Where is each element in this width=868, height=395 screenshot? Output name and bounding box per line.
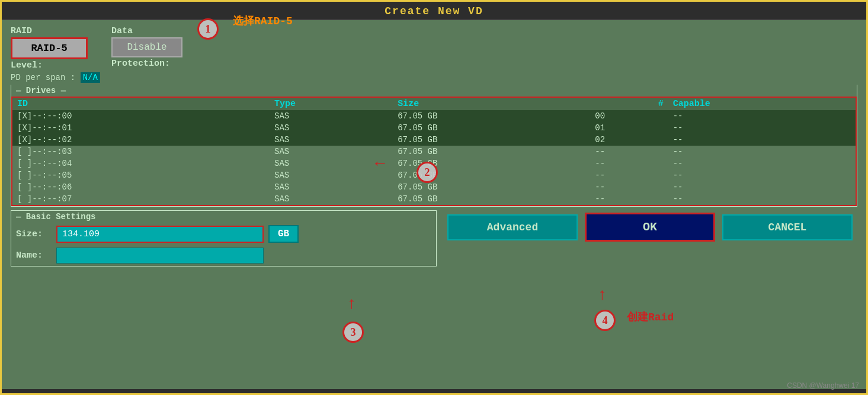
bottom-buttons: Advanced OK CANCEL [443, 210, 857, 244]
drive-capable: -- [668, 110, 856, 122]
drive-type: SAS [270, 158, 393, 169]
drive-size: 67.05 GB [393, 122, 590, 134]
advanced-button[interactable]: Advanced [447, 214, 578, 240]
basic-settings-section: — Basic Settings Size: GB Name: [11, 210, 437, 266]
drive-id: [ ]--:--:04 [12, 158, 270, 169]
size-label: Size: [16, 229, 52, 239]
drive-num: 02 [590, 134, 668, 146]
drive-id: [ ]--:--:03 [12, 146, 270, 158]
disable-text: Disable [127, 42, 166, 53]
drive-num: -- [590, 169, 668, 181]
drive-type: SAS [270, 134, 393, 146]
disable-button[interactable]: Disable [111, 37, 182, 57]
drive-id: [X]--:--:02 [12, 134, 270, 146]
ok-label: OK [643, 220, 657, 234]
drive-id: [ ]--:--:07 [12, 193, 270, 205]
drives-table-row[interactable]: [ ]--:--:03 SAS 67.05 GB -- -- [12, 146, 856, 158]
data-protection-group: Data Disable Protection: [111, 26, 182, 69]
drive-size: 67.05 GB [393, 181, 590, 193]
cancel-button[interactable]: CANCEL [722, 214, 853, 240]
drive-type: SAS [270, 193, 393, 205]
drives-selected-wrapper: ID Type Size # Capable [X]--:--:00 SAS 6… [11, 97, 857, 206]
drives-table-header: ID Type Size # Capable [12, 98, 856, 110]
drive-id: [ ]--:--:05 [12, 169, 270, 181]
drive-capable: -- [668, 158, 856, 169]
drive-capable: -- [668, 169, 856, 181]
size-row: Size: GB [11, 223, 436, 245]
top-row: RAID RAID-5 Level: Data Disable Protecti… [11, 26, 857, 70]
raid-value-text: RAID-5 [31, 43, 67, 54]
drives-table-row[interactable]: [ ]--:--:04 SAS 67.05 GB -- -- [12, 158, 856, 169]
name-input[interactable] [56, 248, 264, 264]
drive-num: -- [590, 146, 668, 158]
drive-capable: -- [668, 146, 856, 158]
size-input[interactable] [56, 226, 264, 243]
drive-num: -- [590, 158, 668, 169]
pd-span-label: PD per span : [11, 73, 75, 82]
drive-type: SAS [270, 110, 393, 122]
ok-button[interactable]: OK [585, 213, 715, 242]
col-size: Size [393, 98, 590, 110]
main-content: RAID RAID-5 Level: Data Disable Protecti… [2, 20, 866, 389]
drives-table: ID Type Size # Capable [X]--:--:00 SAS 6… [12, 98, 856, 205]
col-id: ID [12, 98, 270, 110]
cancel-label: CANCEL [768, 221, 807, 233]
drive-type: SAS [270, 122, 393, 134]
drives-table-row[interactable]: [X]--:--:00 SAS 67.05 GB 00 -- [12, 110, 856, 122]
dialog-window: Create New VD RAID RAID-5 Level: Data Di… [0, 0, 868, 395]
name-label: Name: [16, 251, 52, 261]
drives-table-row[interactable]: [ ]--:--:07 SAS 67.05 GB -- -- [12, 193, 856, 205]
drive-num: 00 [590, 110, 668, 122]
drive-id: [X]--:--:00 [12, 110, 270, 122]
col-num: # [590, 98, 668, 110]
col-type: Type [270, 98, 393, 110]
drive-num: 01 [590, 122, 668, 134]
drives-table-row[interactable]: [ ]--:--:06 SAS 67.05 GB -- -- [12, 181, 856, 193]
watermark: CSDN @Wanghwei 17 [787, 381, 859, 390]
drive-size: 67.05 GB [393, 146, 590, 158]
drive-id: [X]--:--:01 [12, 122, 270, 134]
drive-size: 67.05 GB [393, 158, 590, 169]
drive-type: SAS [270, 146, 393, 158]
pd-span-value: N/A [81, 72, 100, 83]
gb-button[interactable]: GB [268, 225, 299, 243]
drives-table-row[interactable]: [ ]--:--:05 SAS 67.05 GB -- -- [12, 169, 856, 181]
raid-label: RAID [11, 26, 88, 36]
data-label: Data [111, 26, 182, 36]
drive-capable: -- [668, 134, 856, 146]
pd-span-row: PD per span : N/A [11, 73, 857, 82]
drive-type: SAS [270, 181, 393, 193]
drives-section: — Drives — ID Type Size # Capable [11, 85, 857, 207]
raid-group: RAID RAID-5 Level: [11, 26, 88, 70]
drive-size: 67.05 GB [393, 169, 590, 181]
gb-label: GB [278, 229, 289, 239]
drives-table-row[interactable]: [X]--:--:02 SAS 67.05 GB 02 -- [12, 134, 856, 146]
advanced-label: Advanced [487, 221, 538, 233]
drive-size: 67.05 GB [393, 110, 590, 122]
drive-capable: -- [668, 193, 856, 205]
dialog-title: Create New VD [2, 2, 866, 20]
title-text: Create New VD [385, 5, 483, 17]
drive-num: -- [590, 181, 668, 193]
drive-id: [ ]--:--:06 [12, 181, 270, 193]
name-row: Name: [11, 245, 436, 266]
drive-type: SAS [270, 169, 393, 181]
drive-capable: -- [668, 181, 856, 193]
drive-capable: -- [668, 122, 856, 134]
drive-num: -- [590, 193, 668, 205]
drives-table-row[interactable]: [X]--:--:01 SAS 67.05 GB 01 -- [12, 122, 856, 134]
drive-size: 67.05 GB [393, 193, 590, 205]
drives-title: — Drives — [11, 85, 857, 97]
drive-size: 67.05 GB [393, 134, 590, 146]
basic-settings-title: — Basic Settings [11, 211, 436, 223]
col-capable: Capable [668, 98, 856, 110]
level-label: Level: [11, 60, 88, 70]
protection-label: Protection: [111, 59, 182, 69]
raid-value-button[interactable]: RAID-5 [11, 37, 88, 59]
